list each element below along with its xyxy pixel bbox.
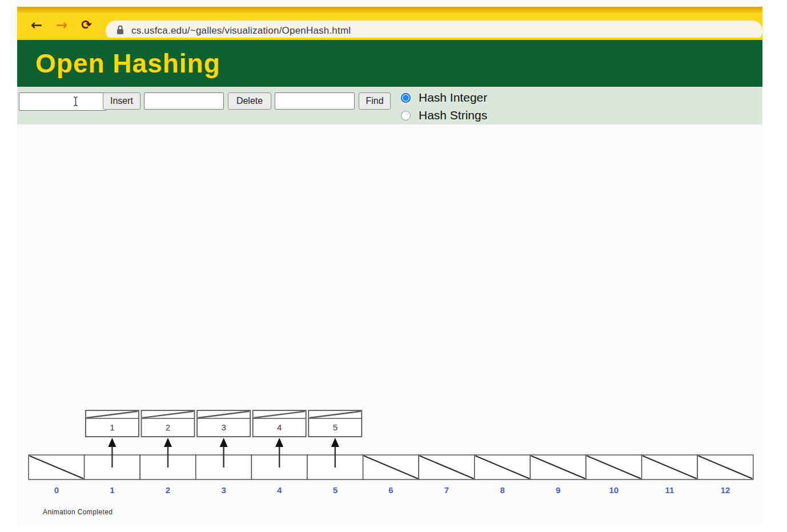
bucket-index-label: 3 [221, 485, 226, 495]
bucket-index-label: 11 [665, 485, 674, 495]
controls-bar: Insert Delete Find Hash Integer Hash Str… [17, 87, 762, 124]
bucket-index-label: 9 [556, 485, 560, 495]
radio-label-hash-strings: Hash Strings [419, 108, 487, 122]
bucket-index-label: 10 [609, 485, 619, 495]
insert-input[interactable] [19, 92, 107, 111]
browser-toolbar: ← → ⟳ cs.usfca.edu/~galles/visualization… [17, 13, 762, 38]
bucket-index-label: 4 [277, 485, 282, 495]
bucket-index-label: 1 [110, 485, 114, 495]
page: { "colors": { "chrome_yellow": "#FDD71E"… [0, 0, 787, 532]
animation-canvas: 011223344556789101112 Animation Complete… [17, 124, 762, 525]
browser-top-strip [17, 7, 762, 13]
radio-label-hash-integer: Hash Integer [419, 91, 487, 104]
radio-hash-integer[interactable]: Hash Integer [401, 91, 487, 104]
chain-arrow-head [108, 438, 116, 447]
chain-arrow-head [220, 438, 228, 447]
delete-input[interactable] [144, 92, 224, 110]
node-value: 1 [110, 422, 114, 432]
status-message: Animation Completed [43, 508, 113, 516]
back-icon[interactable]: ← [31, 18, 42, 32]
forward-icon[interactable]: → [56, 18, 67, 32]
find-button[interactable]: Find [359, 92, 391, 110]
page-title: Open Hashing [35, 48, 762, 79]
bucket-index-label: 0 [54, 485, 59, 495]
node-value: 4 [277, 422, 282, 432]
node-value: 5 [333, 422, 338, 432]
bucket-index-label: 7 [444, 485, 449, 495]
reload-icon[interactable]: ⟳ [81, 19, 91, 31]
radio-hash-strings[interactable]: Hash Strings [401, 109, 487, 122]
lock-icon [116, 25, 125, 37]
bucket-index-label: 2 [166, 485, 170, 495]
bucket-index-label: 5 [333, 485, 338, 495]
url-text: cs.usfca.edu/~galles/visualization/OpenH… [131, 25, 351, 37]
insert-button[interactable]: Insert [103, 92, 140, 110]
browser-window: ← → ⟳ cs.usfca.edu/~galles/visualization… [17, 7, 762, 525]
bucket-index-label: 12 [721, 485, 730, 495]
node-value: 2 [166, 422, 170, 432]
hash-table-visualization: 011223344556789101112 [17, 124, 762, 525]
bucket-index-label: 8 [500, 485, 504, 495]
page-header: Open Hashing [17, 38, 762, 87]
find-input[interactable] [275, 92, 355, 110]
delete-button[interactable]: Delete [228, 92, 271, 110]
radio-dot-hash-strings[interactable] [401, 111, 411, 120]
chain-arrow-head [331, 438, 339, 447]
chain-arrow-head [275, 438, 283, 447]
radio-dot-hash-integer[interactable] [401, 93, 411, 103]
chain-arrow-head [164, 438, 172, 447]
bucket-index-label: 6 [388, 485, 393, 495]
node-value: 3 [221, 422, 226, 432]
